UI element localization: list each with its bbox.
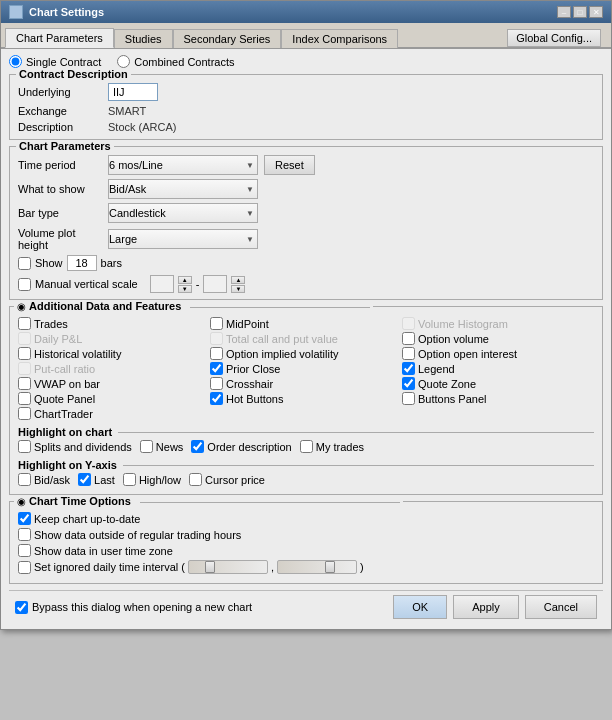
show-bars-checkbox[interactable]: [18, 257, 31, 270]
what-to-show-select-wrapper: Trades Bid/Ask Last: [108, 179, 258, 199]
order-description-checkbox[interactable]: [191, 440, 204, 453]
additional-data-section: ◉ Additional Data and Features Trades Da…: [9, 306, 603, 495]
tab-chart-parameters[interactable]: Chart Parameters: [5, 28, 114, 48]
scale-min-down[interactable]: ▼: [178, 285, 192, 293]
highlow-yaxis-checkbox[interactable]: [123, 473, 136, 486]
option-volume-item: Option volume: [402, 332, 594, 345]
cursor-price-yaxis-checkbox[interactable]: [189, 473, 202, 486]
outside-trading-hours-checkbox[interactable]: [18, 528, 31, 541]
total-call-put-checkbox: [210, 332, 223, 345]
show-label: Show: [35, 257, 63, 269]
minimize-btn[interactable]: –: [557, 6, 571, 18]
exchange-value: SMART: [108, 105, 146, 117]
option-open-interest-checkbox[interactable]: [402, 347, 415, 360]
legend-checkbox[interactable]: [402, 362, 415, 375]
scale-max-spinner[interactable]: ▲ ▼: [231, 276, 245, 293]
keep-up-to-date-item: Keep chart up-to-date: [18, 512, 586, 525]
splits-dividends-checkbox[interactable]: [18, 440, 31, 453]
prior-close-checkbox[interactable]: [210, 362, 223, 375]
ignored-daily-interval-item: Set ignored daily time interval ( , ): [18, 560, 586, 574]
global-config-button[interactable]: Global Config...: [507, 29, 601, 47]
hot-buttons-item: Hot Buttons: [210, 392, 402, 405]
combined-contracts-radio[interactable]: Combined Contracts: [117, 55, 234, 68]
cancel-button[interactable]: Cancel: [525, 595, 597, 619]
prior-close-item: Prior Close: [210, 362, 402, 375]
bar-type-label: Bar type: [18, 207, 108, 219]
volume-plot-height-select[interactable]: Small Medium Large: [108, 229, 258, 249]
reset-button[interactable]: Reset: [264, 155, 315, 175]
user-time-zone-item: Show data in user time zone: [18, 544, 586, 557]
option-volume-checkbox[interactable]: [402, 332, 415, 345]
option-implied-vol-checkbox[interactable]: [210, 347, 223, 360]
apply-button[interactable]: Apply: [453, 595, 519, 619]
interval-start-slider[interactable]: [188, 560, 268, 574]
highlight-yaxis-divider: Highlight on Y-axis: [18, 459, 594, 471]
show-bars-row: Show bars: [18, 255, 594, 271]
scale-min-spinner[interactable]: ▲ ▼: [178, 276, 192, 293]
my-trades-checkbox[interactable]: [300, 440, 313, 453]
scale-max-up[interactable]: ▲: [231, 276, 245, 284]
daily-pnl-checkbox: [18, 332, 31, 345]
exchange-row: Exchange SMART: [18, 105, 594, 117]
app-icon: [9, 5, 23, 19]
ignored-daily-interval-checkbox[interactable]: [18, 561, 31, 574]
bidask-yaxis-item: Bid/ask: [18, 473, 70, 486]
close-btn[interactable]: ✕: [589, 6, 603, 18]
bars-suffix: bars: [101, 257, 122, 269]
last-yaxis-checkbox[interactable]: [78, 473, 91, 486]
midpoint-item: MidPoint: [210, 317, 402, 330]
crosshair-checkbox[interactable]: [210, 377, 223, 390]
historical-volatility-checkbox[interactable]: [18, 347, 31, 360]
maximize-btn[interactable]: □: [573, 6, 587, 18]
tab-index-comparisons[interactable]: Index Comparisons: [281, 29, 398, 48]
ok-button[interactable]: OK: [393, 595, 447, 619]
additional-data-collapse-icon[interactable]: ◉: [17, 301, 26, 312]
put-call-ratio-item: Put-call ratio: [18, 362, 210, 375]
description-row: Description Stock (ARCA): [18, 121, 594, 133]
midpoint-checkbox[interactable]: [210, 317, 223, 330]
bypass-checkbox[interactable]: [15, 601, 28, 614]
crosshair-item: Crosshair: [210, 377, 402, 390]
interval-end-slider[interactable]: [277, 560, 357, 574]
additional-data-label: Additional Data and Features: [29, 300, 181, 312]
chart-time-collapse-icon[interactable]: ◉: [17, 496, 26, 507]
tab-studies[interactable]: Studies: [114, 29, 173, 48]
highlow-yaxis-item: High/low: [123, 473, 181, 486]
legend-item: Legend: [402, 362, 594, 375]
quote-panel-checkbox[interactable]: [18, 392, 31, 405]
chart-parameters-section: Chart Parameters Time period 1 day 1 wee…: [9, 146, 603, 300]
manual-vertical-scale-row: Manual vertical scale ▲ ▼ - ▲ ▼: [18, 275, 594, 293]
manual-vertical-scale-checkbox[interactable]: [18, 278, 31, 291]
contract-description-section: Contract Description Underlying Exchange…: [9, 74, 603, 140]
bar-type-select-wrapper: Bar Candlestick Line Mountain: [108, 203, 258, 223]
vwap-checkbox[interactable]: [18, 377, 31, 390]
what-to-show-select[interactable]: Trades Bid/Ask Last: [108, 179, 258, 199]
bar-type-select[interactable]: Bar Candlestick Line Mountain: [108, 203, 258, 223]
put-call-ratio-checkbox: [18, 362, 31, 375]
cursor-price-yaxis-item: Cursor price: [189, 473, 265, 486]
trades-checkbox[interactable]: [18, 317, 31, 330]
tabs-bar: Chart Parameters Studies Secondary Serie…: [1, 23, 611, 49]
what-to-show-label: What to show: [18, 183, 108, 195]
quote-zone-checkbox[interactable]: [402, 377, 415, 390]
hot-buttons-checkbox[interactable]: [210, 392, 223, 405]
highlight-chart-label: Highlight on chart: [18, 426, 112, 438]
window: Chart Settings – □ ✕ Chart Parameters St…: [0, 0, 612, 630]
scale-max-down[interactable]: ▼: [231, 285, 245, 293]
news-checkbox[interactable]: [140, 440, 153, 453]
highlight-yaxis-row: Bid/ask Last High/low Cursor price: [18, 473, 594, 488]
tab-secondary-series[interactable]: Secondary Series: [173, 29, 282, 48]
bars-input[interactable]: [67, 255, 97, 271]
underlying-input[interactable]: [108, 83, 158, 101]
keep-up-to-date-checkbox[interactable]: [18, 512, 31, 525]
scale-min-up[interactable]: ▲: [178, 276, 192, 284]
time-period-select-wrapper: 1 day 1 week 1 month 3 mos/Line 6 mos/Li…: [108, 155, 258, 175]
single-contract-radio[interactable]: Single Contract: [9, 55, 101, 68]
bidask-yaxis-checkbox[interactable]: [18, 473, 31, 486]
what-to-show-row: What to show Trades Bid/Ask Last: [18, 179, 594, 199]
charttrader-checkbox[interactable]: [18, 407, 31, 420]
last-yaxis-item: Last: [78, 473, 115, 486]
time-period-select[interactable]: 1 day 1 week 1 month 3 mos/Line 6 mos/Li…: [108, 155, 258, 175]
buttons-panel-checkbox[interactable]: [402, 392, 415, 405]
user-time-zone-checkbox[interactable]: [18, 544, 31, 557]
